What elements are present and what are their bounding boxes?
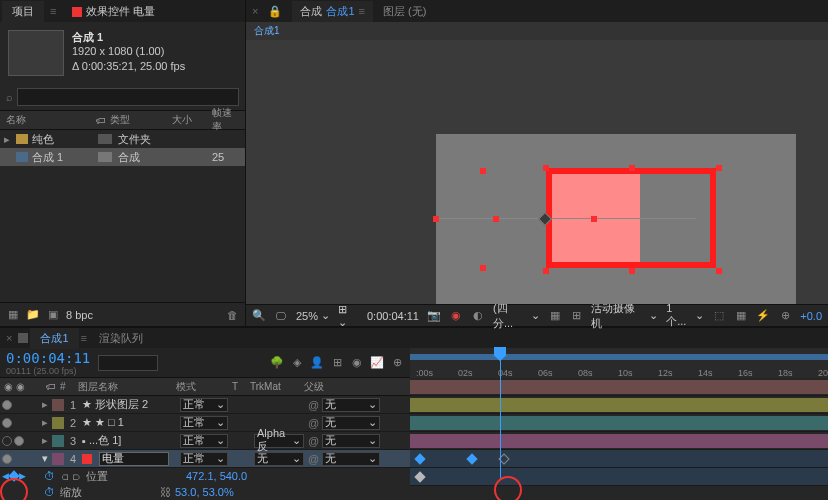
column-type[interactable]: 类型 xyxy=(104,113,167,127)
timeline-search-input[interactable] xyxy=(98,355,158,371)
trkmat-dropdown[interactable]: 无⌄ xyxy=(254,452,304,466)
blend-mode-dropdown[interactable]: 正常⌄ xyxy=(180,416,228,430)
col-parent[interactable]: 父级 xyxy=(300,380,380,394)
composition-viewer: × 🔒 合成合成1≡ 图层 (无) 合成1 🔍 🖵 25% ⌄ ⊞ ⌄ 0:00… xyxy=(246,0,828,326)
layer-row[interactable]: ▸ 2 ★★ □ 1 正常⌄ @无⌄ xyxy=(0,414,410,432)
search-icon: ⌕ xyxy=(6,91,13,103)
col-trkmat[interactable]: TrkMat xyxy=(246,381,300,392)
composition-thumbnail[interactable] xyxy=(8,30,64,76)
resolution-dropdown[interactable]: (四分... ⌄ xyxy=(493,301,540,331)
tab-project[interactable]: 项目 xyxy=(2,1,44,22)
keyframe[interactable] xyxy=(414,453,425,464)
breadcrumb[interactable]: 合成1 xyxy=(254,24,280,38)
parent-dropdown[interactable]: 无⌄ xyxy=(322,452,380,466)
new-folder-icon[interactable]: 📁 xyxy=(26,308,40,322)
graph-editor-icon[interactable]: 📈 xyxy=(370,356,384,370)
next-keyframe-icon[interactable]: ▶ xyxy=(19,471,26,481)
blend-mode-dropdown[interactable]: 正常⌄ xyxy=(180,452,228,466)
delete-icon[interactable]: 🗑 xyxy=(225,308,239,322)
star-icon: ★ xyxy=(82,416,92,429)
parent-dropdown[interactable]: 无⌄ xyxy=(322,398,380,412)
col-layer-name[interactable]: 图层名称 xyxy=(74,380,172,394)
pickwhip-icon[interactable]: @ xyxy=(308,453,320,465)
col-t[interactable]: T xyxy=(228,381,246,392)
motion-blur-icon[interactable]: ◉ xyxy=(350,356,364,370)
link-icon[interactable]: ⛓ xyxy=(160,486,171,498)
project-item-comp[interactable]: 合成 1 合成 25 xyxy=(0,148,245,166)
trkmat-dropdown[interactable]: Alpha 反⌄ xyxy=(254,434,304,448)
pickwhip-icon[interactable]: @ xyxy=(308,435,320,447)
visibility-toggle[interactable] xyxy=(2,418,12,428)
playhead[interactable] xyxy=(500,348,501,478)
position-value[interactable]: 472.1, 540.0 xyxy=(186,470,247,482)
keyframe[interactable] xyxy=(466,453,477,464)
frame-blend-icon[interactable]: ⊞ xyxy=(330,356,344,370)
layer-name-input[interactable] xyxy=(99,452,169,466)
timecode-display[interactable]: 0:00:04:11 xyxy=(367,310,419,322)
keyframe[interactable] xyxy=(414,471,425,482)
timeline-tab-comp[interactable]: 合成1 xyxy=(30,328,78,349)
fast-preview-icon[interactable]: ⚡ xyxy=(756,309,770,323)
visibility-toggle[interactable] xyxy=(2,400,12,410)
roi-icon[interactable]: ▦ xyxy=(548,309,562,323)
timeline-tracks[interactable] xyxy=(410,378,828,500)
grid-icon[interactable]: ⊞ xyxy=(570,309,584,323)
stopwatch-icon[interactable]: ⏱ xyxy=(44,470,56,482)
tab-effect-controls[interactable]: 效果控件 电量 xyxy=(62,1,165,22)
scale-value[interactable]: 53.0, 53.0% xyxy=(175,486,234,498)
label-color[interactable] xyxy=(52,399,64,411)
viewer-tab-layer[interactable]: 图层 (无) xyxy=(383,4,426,19)
channel-icon[interactable]: ◉ xyxy=(449,309,463,323)
timeline-tab-render[interactable]: 渲染队列 xyxy=(89,328,153,349)
timeline-panel: × 合成1 ≡ 渲染队列 0:00:04:11 00111 (25.00 fps… xyxy=(0,326,828,500)
views-dropdown[interactable]: 1个... ⌄ xyxy=(666,302,704,329)
pickwhip-icon[interactable]: @ xyxy=(308,417,320,429)
snapshot-icon[interactable]: 📷 xyxy=(427,309,441,323)
label-color[interactable] xyxy=(52,453,64,465)
time-ruler[interactable]: :00s 02s 04s 06s 08s 10s 12s 14s 16s 18s… xyxy=(410,348,828,378)
res-full-icon[interactable]: ⊞ ⌄ xyxy=(338,303,359,329)
camera-dropdown[interactable]: 活动摄像机 ⌄ xyxy=(591,301,658,331)
exposure-value[interactable]: +0.0 xyxy=(800,310,822,322)
comp-mini-flow-icon[interactable]: 🌳 xyxy=(270,356,284,370)
project-search-input[interactable] xyxy=(17,88,239,106)
solid-icon: ▪ xyxy=(82,435,86,447)
label-color[interactable] xyxy=(52,417,64,429)
column-size[interactable]: 大小 xyxy=(166,113,205,127)
property-scale[interactable]: ⏱ 缩放 ⛓ 53.0, 53.0% xyxy=(0,484,410,500)
parent-dropdown[interactable]: 无⌄ xyxy=(322,416,380,430)
col-mode[interactable]: 模式 xyxy=(172,380,228,394)
3d-icon[interactable]: ⬚ xyxy=(712,309,726,323)
current-timecode[interactable]: 0:00:04:11 xyxy=(6,350,90,366)
new-comp-icon[interactable]: ▣ xyxy=(46,308,60,322)
parent-dropdown[interactable]: 无⌄ xyxy=(322,434,380,448)
viewer-tab-comp[interactable]: 合成合成1≡ xyxy=(292,1,373,22)
shy-icon[interactable]: 👤 xyxy=(310,356,324,370)
monitor-icon[interactable]: 🖵 xyxy=(274,309,288,323)
blend-mode-dropdown[interactable]: 正常⌄ xyxy=(180,398,228,412)
draft-3d-icon[interactable]: ◈ xyxy=(290,356,304,370)
interpret-footage-icon[interactable]: ▦ xyxy=(6,308,20,322)
add-keyframe-icon[interactable] xyxy=(8,470,19,481)
layer-row[interactable]: ▸ 3 ▪...色 1] 正常⌄ Alpha 反⌄ @无⌄ xyxy=(0,432,410,450)
layer-row[interactable]: ▾ 4 正常⌄ 无⌄ @无⌄ xyxy=(0,450,410,468)
zoom-dropdown[interactable]: 25% ⌄ xyxy=(296,309,330,322)
visibility-toggle[interactable] xyxy=(2,436,12,446)
blend-mode-dropdown[interactable]: 正常⌄ xyxy=(180,434,228,448)
brain-icon[interactable]: ⊕ xyxy=(390,356,404,370)
expression-icon[interactable]: ⫏⫐ xyxy=(60,470,82,482)
magnify-icon[interactable]: 🔍 xyxy=(252,309,266,323)
column-name[interactable]: 名称 xyxy=(0,113,90,127)
composition-canvas[interactable] xyxy=(246,40,828,304)
bpc-label[interactable]: 8 bpc xyxy=(66,309,93,321)
column-label-icon[interactable]: 🏷 xyxy=(90,115,104,126)
project-item-folder[interactable]: ▸ 纯色 文件夹 xyxy=(0,130,245,148)
tab-menu-icon[interactable]: ≡ xyxy=(50,5,56,17)
lock-icon[interactable]: 🔒 xyxy=(268,5,282,18)
stopwatch-icon[interactable]: ⏱ xyxy=(44,486,56,498)
property-position[interactable]: ◀ ▶ ⏱ ⫏⫐ 位置 472.1, 540.0 xyxy=(0,468,410,484)
visibility-toggle[interactable] xyxy=(2,454,12,464)
layer-row[interactable]: ▸ 1 ★形状图层 2 正常⌄ @无⌄ xyxy=(0,396,410,414)
label-color[interactable] xyxy=(52,435,64,447)
pickwhip-icon[interactable]: @ xyxy=(308,399,320,411)
